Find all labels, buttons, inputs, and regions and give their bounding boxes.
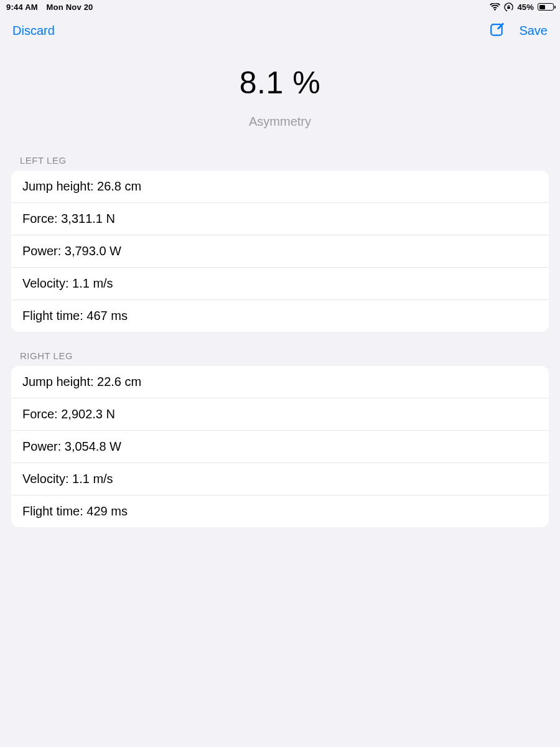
- list-item: Flight time: 467 ms: [11, 300, 549, 332]
- battery-percentage: 45%: [517, 2, 534, 12]
- wifi-icon: [490, 3, 500, 11]
- list-item: Flight time: 429 ms: [11, 496, 549, 527]
- battery-icon: [538, 3, 554, 11]
- svg-rect-1: [508, 6, 511, 8]
- list-item: Power: 3,793.0 W: [11, 235, 549, 268]
- list-item: Jump height: 26.8 cm: [11, 171, 549, 203]
- battery-fill: [539, 5, 545, 9]
- section-header-left: LEFT LEG: [11, 155, 549, 171]
- list-item: Jump height: 22.6 cm: [11, 366, 549, 398]
- section-header-right: RIGHT LEG: [11, 350, 549, 366]
- nav-bar: Discard Save: [0, 14, 560, 47]
- status-time: 9:44 AM: [6, 2, 38, 12]
- section-right-leg: RIGHT LEG Jump height: 22.6 cm Force: 2,…: [0, 350, 560, 527]
- asymmetry-label: Asymmetry: [0, 115, 560, 129]
- list-item: Force: 3,311.1 N: [11, 203, 549, 235]
- list-item: Power: 3,054.8 W: [11, 431, 549, 463]
- headline: 8.1 % Asymmetry: [0, 47, 560, 136]
- discard-button[interactable]: Discard: [12, 24, 55, 38]
- save-button[interactable]: Save: [519, 24, 548, 38]
- status-date: Mon Nov 20: [47, 2, 93, 12]
- compose-icon: [489, 26, 505, 40]
- section-left-leg: LEFT LEG Jump height: 26.8 cm Force: 3,3…: [0, 155, 560, 332]
- asymmetry-value: 8.1 %: [0, 65, 560, 101]
- orientation-lock-icon: [504, 2, 513, 12]
- list-item: Force: 2,902.3 N: [11, 398, 549, 431]
- compose-button[interactable]: [489, 21, 505, 40]
- card-right-leg: Jump height: 22.6 cm Force: 2,902.3 N Po…: [11, 366, 549, 527]
- list-item: Velocity: 1.1 m/s: [11, 268, 549, 300]
- list-item: Velocity: 1.1 m/s: [11, 463, 549, 496]
- card-left-leg: Jump height: 26.8 cm Force: 3,311.1 N Po…: [11, 171, 549, 332]
- status-bar: 9:44 AM Mon Nov 20 45%: [0, 0, 560, 14]
